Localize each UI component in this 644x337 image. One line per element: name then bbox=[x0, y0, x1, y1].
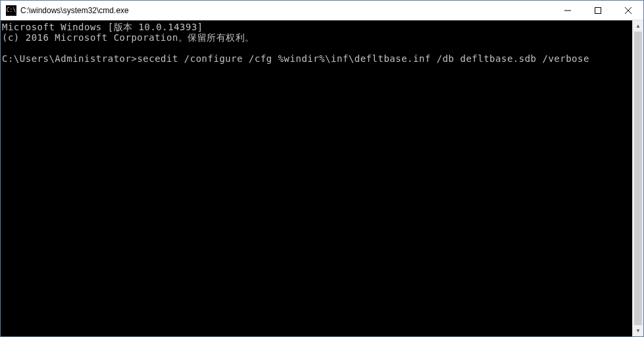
maximize-button[interactable] bbox=[583, 1, 613, 20]
terminal-line: (c) 2016 Microsoft Corporation。保留所有权利。 bbox=[2, 32, 255, 43]
svg-rect-1 bbox=[595, 7, 601, 13]
titlebar: C:\ C:\windows\system32\cmd.exe bbox=[1, 1, 643, 20]
close-button[interactable] bbox=[613, 1, 643, 20]
close-icon bbox=[625, 7, 632, 14]
vertical-scrollbar[interactable]: ▲ ▼ bbox=[632, 20, 643, 336]
terminal-line: Microsoft Windows [版本 10.0.14393] bbox=[2, 22, 203, 32]
terminal-prompt: C:\Users\Administrator> bbox=[2, 53, 137, 64]
scroll-down-arrow[interactable]: ▼ bbox=[633, 325, 643, 336]
minimize-button[interactable] bbox=[553, 1, 583, 20]
scroll-thumb[interactable] bbox=[634, 32, 642, 325]
minimize-icon bbox=[564, 7, 571, 14]
scroll-track[interactable] bbox=[633, 32, 643, 325]
terminal-output[interactable]: Microsoft Windows [版本 10.0.14393] (c) 20… bbox=[1, 20, 632, 336]
window-title: C:\windows\system32\cmd.exe bbox=[20, 6, 553, 15]
terminal-command: secedit /configure /cfg %windir%\inf\def… bbox=[137, 53, 589, 64]
window-controls bbox=[553, 1, 643, 20]
cmd-icon: C:\ bbox=[6, 5, 16, 16]
terminal-container: Microsoft Windows [版本 10.0.14393] (c) 20… bbox=[1, 20, 643, 336]
maximize-icon bbox=[595, 7, 601, 14]
scroll-up-arrow[interactable]: ▲ bbox=[633, 20, 643, 32]
